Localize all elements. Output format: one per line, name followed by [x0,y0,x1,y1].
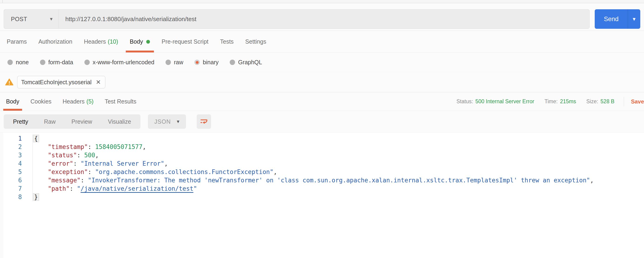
response-view-toolbar: PrettyRawPreviewVisualize JSON ▾ [0,111,644,132]
tab-label: Settings [245,38,266,45]
tab-label: Pre-request Script [162,38,208,45]
code-line: 2 "timestamp": 1584005071577, [3,143,644,151]
size-meta: Size: 528 B [586,98,614,105]
tab-authorization[interactable]: Authorization [32,31,78,52]
response-tab-test-results[interactable]: Test Results [99,92,142,111]
response-header: BodyCookiesHeaders(5)Test Results Status… [0,92,644,111]
http-method-select[interactable]: POST ▾ [4,9,58,29]
mode-label: GraphQL [238,59,262,66]
view-tab-visualize[interactable]: Visualize [100,114,139,129]
token-plain [33,152,48,159]
mode-x-www-form-urlencoded[interactable]: x-www-form-urlencoded [84,59,154,66]
http-method-value: POST [11,16,27,22]
token-plain [33,185,48,192]
code-line: 8} [3,193,644,201]
line-content: "exception": "org.apache.commons.collect… [32,168,277,176]
view-tab-raw[interactable]: Raw [36,114,64,129]
tab-settings[interactable]: Settings [240,31,272,52]
top-pane-edge [0,0,644,3]
language-value: JSON [154,118,171,125]
line-number: 3 [3,151,32,159]
warning-triangle-icon [5,78,14,86]
status-label: Status: [456,98,473,105]
radio-icon [166,60,171,65]
token-str: " [194,185,197,192]
token-plain [33,177,48,184]
response-tab-cookies[interactable]: Cookies [25,92,57,111]
request-url-input[interactable]: http://127.0.0.1:8080/java/native/serial… [58,9,590,29]
response-tab-body[interactable]: Body [0,92,25,111]
line-number: 1 [3,134,32,143]
tab-headers[interactable]: Headers(10) [78,31,124,52]
response-tabs: BodyCookiesHeaders(5)Test Results [0,92,142,111]
line-content: "status": 500, [32,151,99,159]
token-fold[interactable]: } [33,193,39,201]
tab-tests[interactable]: Tests [214,31,240,52]
mode-form-data[interactable]: form-data [40,59,73,66]
line-number: 6 [3,176,32,184]
token-plain: : [73,160,80,167]
token-plain: : [77,152,84,159]
mode-label: form-data [48,59,73,66]
wrap-text-button[interactable] [197,114,211,129]
meta-divider [624,97,624,107]
token-key: "error" [48,160,74,167]
token-fold[interactable]: { [33,135,39,142]
tab-pre-request-script[interactable]: Pre-request Script [156,31,214,52]
token-plain: : [88,168,95,175]
response-view-tabs: PrettyRawPreviewVisualize [4,114,140,129]
token-plain: , [142,143,146,150]
tab-label: Body [130,38,143,45]
tab-count-badge: (5) [86,98,94,105]
response-body-editor[interactable]: 1{2 "timestamp": 1584005071577,3 "status… [0,132,644,258]
editor-left-gutter-strip [0,132,3,258]
token-num: 500 [84,152,95,159]
radio-selected-icon [194,60,200,65]
body-present-dot-icon [146,40,150,44]
mode-binary[interactable]: binary [194,59,218,66]
code-line: 6 "message": "InvokerTransformer: The me… [3,176,644,184]
status-meta: Status: 500 Internal Server Error [456,98,534,105]
token-str: "Internal Server Error" [81,160,164,167]
token-plain: : [81,177,88,184]
token-str: "org.apache.commons.collections.FunctorE… [95,168,274,175]
tab-params[interactable]: Params [1,31,32,52]
view-tab-pretty[interactable]: Pretty [5,114,36,129]
line-number: 4 [3,159,32,168]
token-plain: , [95,152,99,159]
send-button[interactable]: Send [595,9,628,29]
token-key: "status" [48,152,77,159]
save-response-button[interactable]: Save [631,98,644,105]
chevron-down-icon: ▾ [177,119,180,124]
mode-label: binary [203,59,218,66]
binary-file-chip[interactable]: TomcatEchoInject.ysoserial ✕ [17,76,105,88]
send-options-button[interactable]: ▾ [628,9,640,29]
token-str: "InvokerTransformer: The method 'newTran… [88,177,590,184]
mode-raw[interactable]: raw [166,59,183,66]
token-key: "exception" [48,168,88,175]
response-tab-headers[interactable]: Headers(5) [57,92,99,111]
view-tab-preview[interactable]: Preview [64,114,100,129]
tab-body[interactable]: Body [124,31,156,52]
code-line: 7 "path": "/java/native/serialization/te… [3,184,644,193]
mode-none[interactable]: none [8,59,29,66]
line-content: "path": "/java/native/serialization/test… [32,184,197,193]
body-mode-radios: noneform-datax-www-form-urlencodedrawbin… [0,53,644,72]
send-button-group: Send ▾ [595,9,640,29]
status-value: 500 Internal Server Error [476,98,534,105]
line-number: 2 [3,143,32,151]
tab-label: Params [7,38,27,45]
tab-count-badge: (10) [108,38,118,45]
token-key: "path" [48,185,70,192]
code-line: 4 "error": "Internal Server Error", [3,159,644,168]
line-number: 5 [3,168,32,176]
path-link[interactable]: /java/native/serialization/test [81,185,194,192]
url-builder-row: POST ▾ http://127.0.0.1:8080/java/native… [0,3,644,31]
chevron-down-icon: ▾ [632,16,636,22]
line-content: "timestamp": 1584005071577, [32,143,146,151]
line-content: { [32,134,39,143]
language-select[interactable]: JSON ▾ [148,114,186,129]
tab-label: Authorization [38,38,72,45]
mode-graphql[interactable]: GraphQL [230,59,262,66]
remove-file-icon[interactable]: ✕ [96,79,101,85]
